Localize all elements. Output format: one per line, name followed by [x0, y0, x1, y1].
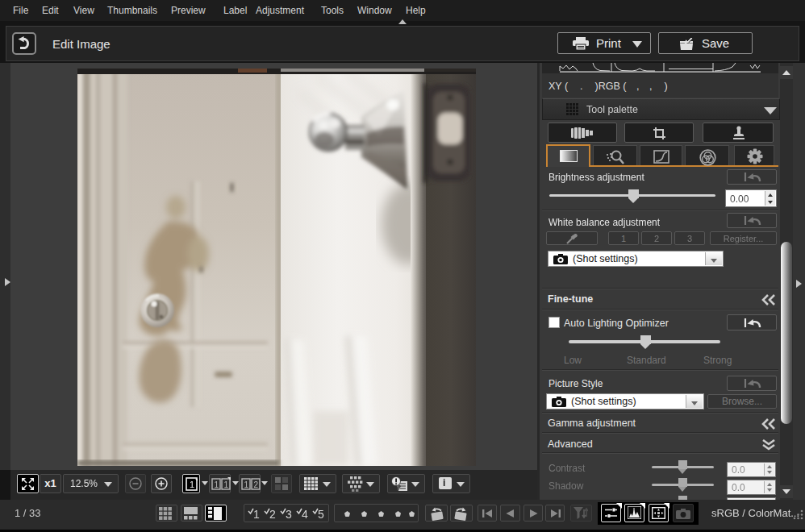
svg-text:2: 2	[254, 480, 259, 489]
svg-text:1: 1	[190, 480, 194, 489]
svg-text:1: 1	[224, 480, 229, 489]
svg-text:4: 4	[302, 508, 308, 520]
svg-text:1: 1	[215, 480, 219, 489]
svg-text:1: 1	[253, 508, 260, 520]
svg-text:3: 3	[286, 508, 292, 520]
svg-text:1: 1	[244, 480, 249, 489]
svg-text:2: 2	[269, 508, 276, 520]
svg-text:5: 5	[318, 508, 324, 520]
